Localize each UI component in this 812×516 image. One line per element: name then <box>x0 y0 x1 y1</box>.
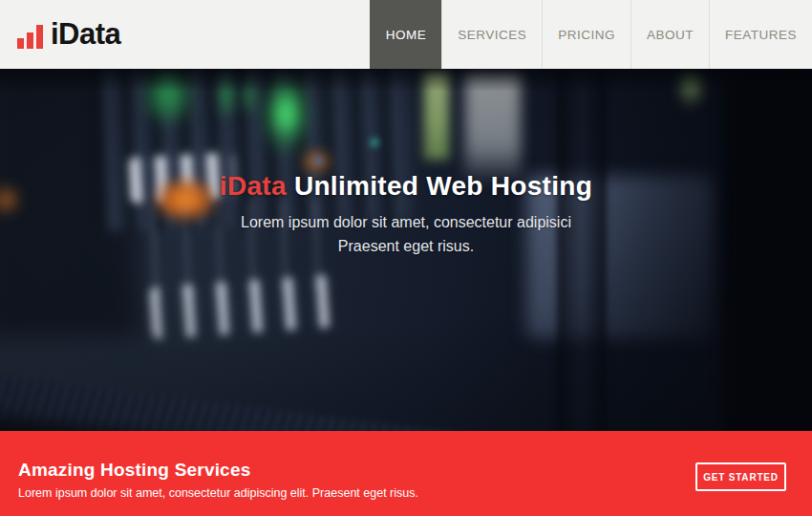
header: iData HOME SERVICES PRICING ABOUT FEATUR… <box>0 0 812 69</box>
cta-description: Lorem ipsum dolor sit amet, consectetur … <box>18 486 418 500</box>
hero-headline: iData Unlimited Web Hosting <box>0 171 812 202</box>
hero-section: iData Unlimited Web Hosting Lorem ipsum … <box>0 69 812 431</box>
main-nav: HOME SERVICES PRICING ABOUT FEATURES <box>370 0 812 69</box>
brand-name: iData <box>51 17 120 52</box>
hero-headline-rest: Unlimited Web Hosting <box>294 171 592 201</box>
nav-item-features[interactable]: FEATURES <box>709 0 812 69</box>
hero-headline-accent: iData <box>220 171 287 201</box>
get-started-button[interactable]: GET STARTED <box>695 462 786 491</box>
hero-subtitle-line1: Lorem ipsum dolor sit amet, consectetur … <box>0 210 812 234</box>
nav-item-services[interactable]: SERVICES <box>441 0 542 69</box>
cta-banner: Amazing Hosting Services Lorem ipsum dol… <box>0 431 812 516</box>
hero-subtitle-line2: Praesent eget risus. <box>0 234 812 258</box>
nav-item-home[interactable]: HOME <box>370 0 442 69</box>
brand-logo[interactable]: iData <box>0 0 120 69</box>
nav-item-about[interactable]: ABOUT <box>630 0 709 69</box>
cta-title: Amazing Hosting Services <box>18 460 250 481</box>
bar-chart-icon <box>17 25 43 49</box>
hero-subtitle: Lorem ipsum dolor sit amet, consectetur … <box>0 210 812 258</box>
nav-item-pricing[interactable]: PRICING <box>542 0 630 69</box>
page: iData HOME SERVICES PRICING ABOUT FEATUR… <box>0 0 812 516</box>
hero-content: iData Unlimited Web Hosting Lorem ipsum … <box>0 69 812 258</box>
